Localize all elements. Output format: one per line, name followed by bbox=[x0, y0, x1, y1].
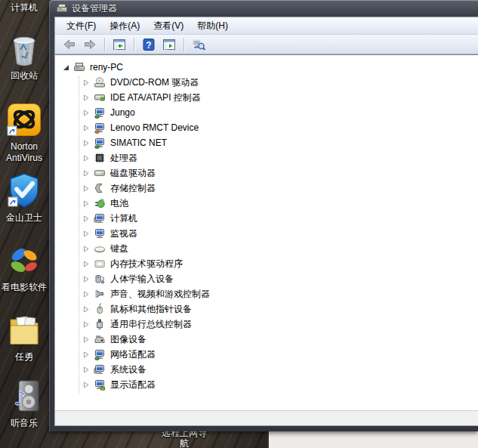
tree-item-label: 内存技术驱动程序 bbox=[110, 258, 183, 270]
tree-item-imaging-devices[interactable]: 图像设备 bbox=[62, 332, 478, 347]
expand-arrow-icon[interactable] bbox=[82, 306, 90, 313]
tree-item-label: Lenovo RMCT Device bbox=[110, 122, 199, 133]
expand-arrow-icon[interactable] bbox=[82, 321, 90, 328]
folder-icon bbox=[0, 313, 48, 350]
expand-arrow-icon[interactable] bbox=[82, 366, 90, 373]
action-pane-icon[interactable] bbox=[160, 36, 178, 53]
speaker-note-icon: ♪ bbox=[0, 378, 48, 416]
display-adapter-icon bbox=[94, 378, 106, 391]
expand-arrow-icon[interactable] bbox=[82, 140, 90, 147]
monitor-icon bbox=[94, 227, 106, 239]
expand-arrow-icon[interactable] bbox=[82, 261, 90, 267]
tree-item-dvd-drives[interactable]: DVD/CD-ROM 驱动器 bbox=[62, 75, 478, 90]
tree-item-label: 电池 bbox=[110, 197, 128, 210]
tree-item-network-adapters[interactable]: 网络适配器 bbox=[62, 347, 478, 362]
tree-item-ide-controllers[interactable]: IDE ATA/ATAPI 控制器 bbox=[62, 90, 478, 105]
tree-item-disk-drives[interactable]: 磁盘驱动器 bbox=[62, 165, 478, 181]
desktop-icon-label: 金山卫士 bbox=[0, 212, 48, 224]
tree-item-reny-pc[interactable]: reny-PC bbox=[62, 60, 478, 75]
desktop-icon-kingsoft-guard[interactable]: 金山卫士 bbox=[0, 172, 48, 224]
butterfly-icon bbox=[0, 246, 48, 280]
title-bar[interactable]: 设备管理器 bbox=[49, 0, 478, 17]
help-icon[interactable]: ? bbox=[140, 36, 158, 53]
device-manager-window: 设备管理器 文件(F)操作(A)查看(V)帮助(H) ? reny-PCDVD/… bbox=[49, 0, 478, 431]
expand-arrow-icon[interactable] bbox=[82, 382, 90, 388]
tree-item-label: SIMATIC NET bbox=[110, 137, 167, 148]
tree-item-usb-controllers[interactable]: 通用串行总线控制器 bbox=[62, 317, 478, 332]
imaging-device-icon bbox=[94, 333, 106, 345]
tree-item-lenovo-rmct[interactable]: Lenovo RMCT Device bbox=[62, 120, 478, 135]
toolbar-separator bbox=[104, 38, 105, 51]
expand-arrow-icon[interactable] bbox=[82, 125, 90, 131]
desktop-icon-movie-software[interactable]: 看电影软件 bbox=[0, 246, 48, 293]
tree-item-simatic-net[interactable]: SIMATIC NET bbox=[62, 135, 478, 150]
speaker-icon bbox=[94, 288, 106, 300]
expand-arrow-icon[interactable] bbox=[82, 185, 90, 192]
network-device-icon bbox=[94, 137, 106, 149]
expand-arrow-icon[interactable] bbox=[82, 200, 90, 207]
menu-action[interactable]: 操作(A) bbox=[103, 17, 146, 35]
expand-arrow-icon[interactable] bbox=[82, 110, 90, 116]
tree-item-hid-devices[interactable]: 人体学输入设备 bbox=[62, 271, 478, 286]
tree-item-batteries[interactable]: 电池 bbox=[62, 196, 478, 211]
tree-item-display-adapters[interactable]: 显示适配器 bbox=[62, 377, 478, 392]
desktop-icon-music[interactable]: ♪听音乐 bbox=[0, 378, 48, 429]
norton-shortcut-icon bbox=[0, 103, 48, 140]
desktop-icon-norton-antivirus[interactable]: Norton AntiVirus bbox=[0, 103, 48, 164]
expand-arrow-icon[interactable] bbox=[82, 155, 90, 162]
tree-item-computer[interactable]: 计算机 bbox=[62, 211, 478, 226]
tree-item-system-devices[interactable]: 系统设备 bbox=[62, 362, 478, 377]
console-tree-icon[interactable] bbox=[110, 36, 128, 53]
svg-text:?: ? bbox=[146, 39, 151, 50]
desktop-icon-computer[interactable]: 计算机 bbox=[0, 2, 48, 14]
hid-device-icon bbox=[94, 273, 106, 285]
expand-arrow-icon[interactable] bbox=[82, 215, 90, 222]
tree-item-memory-tech-drivers[interactable]: 内存技术驱动程序 bbox=[62, 256, 478, 271]
scan-hardware-icon[interactable] bbox=[190, 36, 208, 53]
tree-item-label: 鼠标和其他指针设备 bbox=[110, 303, 192, 316]
tree-item-label: Jungo bbox=[110, 107, 135, 118]
tree-item-jungo[interactable]: Jungo bbox=[62, 105, 478, 120]
expand-arrow-icon[interactable] bbox=[82, 351, 90, 358]
back-icon[interactable] bbox=[60, 36, 79, 53]
forward-icon[interactable] bbox=[81, 36, 99, 53]
disk-drive-icon bbox=[94, 167, 106, 179]
shield-shortcut-icon bbox=[0, 172, 48, 211]
expand-arrow-icon[interactable] bbox=[82, 79, 90, 86]
desktop-icon-label: 回收站 bbox=[0, 70, 48, 82]
tree-item-label: DVD/CD-ROM 驱动器 bbox=[110, 76, 199, 89]
desktop-icon-recycle-bin[interactable]: 回收站 bbox=[0, 32, 48, 82]
tree-item-keyboards[interactable]: 键盘 bbox=[62, 241, 478, 256]
network-device-orange-icon bbox=[94, 122, 106, 134]
tree-item-sound-controllers[interactable]: 声音、视频和游戏控制器 bbox=[62, 286, 478, 301]
tree-item-mice-devices[interactable]: 鼠标和其他指针设备 bbox=[62, 301, 478, 317]
tree-item-storage-controllers[interactable]: 存储控制器 bbox=[62, 181, 478, 196]
desktop-icon-folder-renyong[interactable]: 任勇 bbox=[0, 313, 48, 363]
tree-item-label: 通用串行总线控制器 bbox=[110, 318, 192, 331]
battery-icon bbox=[94, 197, 106, 209]
tree-item-processors[interactable]: 处理器 bbox=[62, 150, 478, 165]
expand-arrow-icon[interactable] bbox=[82, 291, 90, 298]
collapse-arrow-icon[interactable] bbox=[62, 64, 69, 71]
desktop-icon-label: 计算机 bbox=[0, 2, 48, 14]
background-window-fragment[interactable] bbox=[267, 431, 478, 448]
tree-item-monitors[interactable]: 监视器 bbox=[62, 226, 478, 241]
menu-view[interactable]: 查看(V) bbox=[146, 17, 190, 35]
expand-arrow-icon[interactable] bbox=[82, 246, 90, 252]
computer-monitor-icon bbox=[94, 212, 106, 224]
expand-arrow-icon[interactable] bbox=[82, 276, 90, 283]
desktop-icon-label: Norton AntiVirus bbox=[0, 141, 48, 164]
menu-file[interactable]: 文件(F) bbox=[60, 17, 103, 35]
network-device-icon bbox=[94, 348, 106, 360]
device-tree: reny-PCDVD/CD-ROM 驱动器IDE ATA/ATAPI 控制器Ju… bbox=[55, 55, 478, 392]
tree-item-label: 人体学输入设备 bbox=[110, 273, 174, 286]
tree-item-label: IDE ATA/ATAPI 控制器 bbox=[110, 91, 201, 104]
menu-help[interactable]: 帮助(H) bbox=[190, 17, 235, 35]
expand-arrow-icon[interactable] bbox=[82, 170, 90, 177]
tree-item-label: 系统设备 bbox=[110, 363, 146, 376]
tree-item-label: 显示适配器 bbox=[110, 378, 156, 391]
expand-arrow-icon[interactable] bbox=[82, 94, 90, 101]
expand-arrow-icon[interactable] bbox=[82, 336, 90, 343]
expand-arrow-icon[interactable] bbox=[82, 230, 90, 237]
device-tree-panel: reny-PCDVD/CD-ROM 驱动器IDE ATA/ATAPI 控制器Ju… bbox=[55, 54, 478, 410]
